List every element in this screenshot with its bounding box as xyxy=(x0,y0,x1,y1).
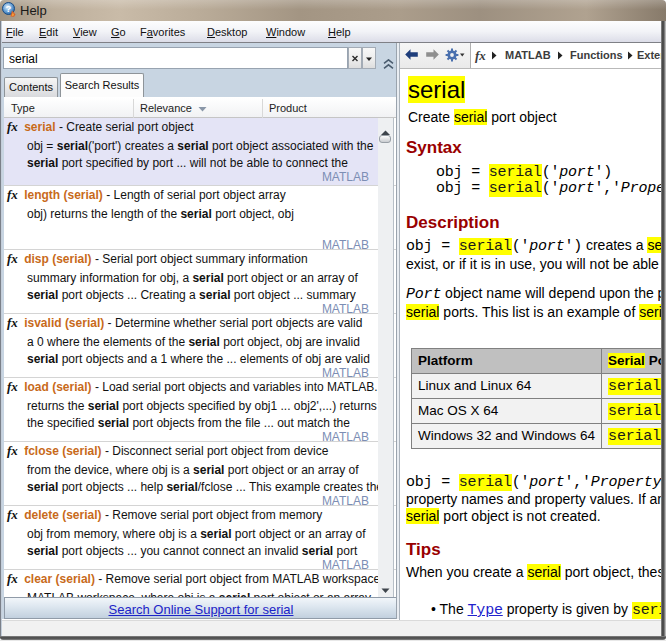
svg-text:?: ? xyxy=(6,3,12,14)
